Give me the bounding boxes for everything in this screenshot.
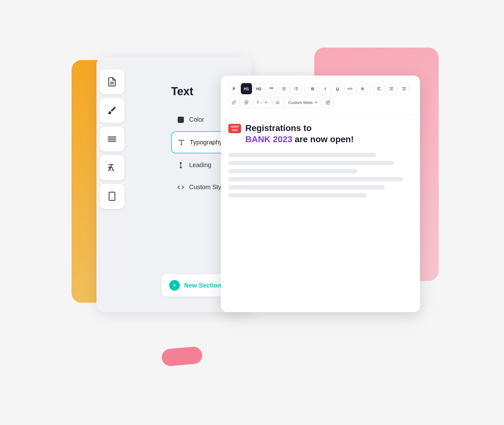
sep-2 — [371, 85, 371, 92]
document-icon — [107, 77, 117, 87]
editor-toolbar: P H1 H2 ❝❝ — [228, 83, 413, 108]
align-right-icon — [402, 86, 406, 91]
skeleton-line-1 — [228, 153, 376, 157]
tb-btn-bold[interactable]: B — [307, 83, 318, 94]
admit-badge-line1: ADMIT — [230, 125, 239, 128]
tb-btn-align-center[interactable] — [386, 83, 397, 94]
content-headline: ADMIT ONE Registrations to BANK 2023 are… — [228, 123, 413, 145]
align-center-icon — [389, 86, 394, 91]
headline-highlight: BANK 2023 — [245, 134, 292, 144]
leading-icon — [177, 162, 184, 169]
ul-icon — [282, 86, 286, 91]
skeleton-line-3 — [228, 169, 357, 173]
svg-point-15 — [282, 88, 282, 89]
svg-rect-9 — [178, 117, 184, 123]
skeleton-line-5 — [228, 185, 385, 189]
unlink-icon — [244, 100, 249, 105]
tb-btn-italic[interactable]: I — [320, 83, 331, 94]
tb-btn-h2[interactable]: H2 — [253, 83, 264, 94]
toolbar-row-2: T↕ Custom fields — [228, 97, 413, 108]
sidebar: A A — [100, 69, 124, 209]
custom-fields-arrow-icon — [315, 101, 318, 104]
sidebar-item-translate[interactable]: A A — [100, 155, 124, 180]
sep-1 — [304, 85, 305, 92]
sidebar-item-document[interactable] — [100, 69, 124, 94]
brush-icon — [107, 105, 117, 115]
bg-pink-blob — [161, 346, 203, 367]
link-icon — [232, 100, 236, 105]
plus-circle-icon: + — [169, 280, 180, 291]
skeleton-line-6 — [228, 193, 366, 198]
tb-btn-strikethrough[interactable]: S — [357, 83, 368, 94]
tb-btn-ol[interactable]: 1. 2. 3. — [291, 83, 302, 94]
skeleton-line-4 — [228, 177, 403, 181]
tb-btn-link[interactable] — [228, 97, 240, 108]
custom-fields-label: Custom fields — [288, 100, 313, 105]
tb-btn-color-pick[interactable] — [272, 97, 283, 108]
code-icon — [177, 184, 184, 191]
sidebar-item-brush[interactable] — [100, 98, 124, 123]
svg-point-14 — [282, 87, 282, 88]
headline-text: Registrations to BANK 2023 are now open! — [245, 123, 354, 145]
tb-btn-h1[interactable]: H1 — [241, 83, 252, 94]
align-left-icon — [377, 86, 381, 91]
tb-btn-edit[interactable] — [322, 97, 334, 108]
svg-text:3.: 3. — [294, 89, 295, 91]
tb-custom-fields-dropdown[interactable]: Custom fields — [285, 97, 321, 108]
tb-btn-code[interactable]: </> — [344, 83, 356, 94]
editor-divider — [228, 114, 413, 114]
new-section-label: New Section — [184, 282, 221, 289]
color-square-icon — [177, 116, 184, 123]
tb-btn-quote[interactable]: ❝❝ — [266, 83, 277, 94]
menu-item-color-label: Color — [189, 116, 204, 123]
svg-text:A: A — [108, 167, 111, 172]
skeleton-line-2 — [228, 161, 394, 165]
headline-part2: are now open! — [295, 134, 354, 144]
sidebar-item-mobile[interactable] — [100, 184, 124, 209]
svg-text:A: A — [112, 168, 114, 172]
mobile-icon — [107, 191, 117, 201]
headline-part1: Registrations to — [245, 123, 312, 133]
tb-btn-align-left[interactable] — [373, 83, 385, 94]
toolbar-row-1: P H1 H2 ❝❝ — [228, 83, 413, 94]
main-scene: A A Text Color — [65, 41, 439, 384]
tb-btn-unlink[interactable] — [241, 97, 252, 108]
svg-point-16 — [282, 90, 282, 90]
menu-item-leading-label: Leading — [189, 161, 211, 169]
menu-item-typography-label: Typography — [190, 139, 222, 146]
tb-btn-p[interactable]: P — [228, 83, 240, 94]
tb-btn-ul[interactable] — [278, 83, 289, 94]
edit-icon — [326, 100, 330, 105]
editor-content: ADMIT ONE Registrations to BANK 2023 are… — [228, 119, 413, 201]
ol-icon: 1. 2. 3. — [294, 86, 298, 91]
typography-icon — [178, 139, 185, 146]
admit-badge-line2: ONE — [230, 128, 239, 132]
translate-icon: A A — [107, 163, 117, 173]
skeleton-content — [228, 153, 413, 198]
admit-badge: ADMIT ONE — [228, 124, 241, 133]
dropdown-arrow-icon — [264, 101, 268, 104]
sidebar-item-menu[interactable] — [100, 127, 124, 152]
editor-panel: P H1 H2 ❝❝ — [221, 76, 420, 312]
tb-btn-underline[interactable]: U — [332, 83, 343, 94]
tb-btn-align-right[interactable] — [398, 83, 409, 94]
tb-font-size-dropdown[interactable]: T↕ — [253, 97, 271, 108]
menu-icon — [107, 134, 117, 144]
eyedropper-icon — [276, 100, 280, 105]
